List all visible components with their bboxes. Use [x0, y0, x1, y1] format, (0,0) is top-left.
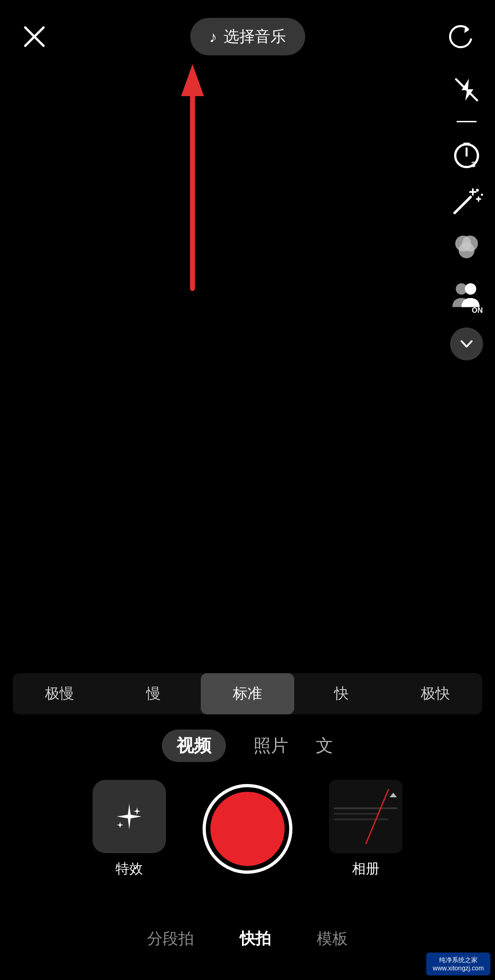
- top-bar: ♪ 选择音乐: [0, 0, 495, 60]
- speed-item-very-slow[interactable]: 极慢: [13, 673, 107, 714]
- speed-item-slow[interactable]: 慢: [107, 673, 201, 714]
- mode-bar: 视频 照片 文: [0, 727, 495, 764]
- collab-button[interactable]: ON: [450, 280, 483, 313]
- beauty-button[interactable]: [450, 185, 483, 218]
- watermark: 纯净系统之家www.xitongzj.com: [426, 953, 490, 975]
- color-effects-button[interactable]: [450, 232, 483, 265]
- tab-segment[interactable]: 分段拍: [147, 928, 194, 949]
- watermark-text: 纯净系统之家www.xitongzj.com: [433, 956, 484, 972]
- svg-point-15: [481, 194, 483, 196]
- speed-item-standard[interactable]: 标准: [201, 673, 295, 714]
- right-sidebar: 3: [450, 73, 483, 360]
- svg-rect-25: [334, 818, 389, 820]
- mode-text[interactable]: 文: [316, 734, 333, 757]
- svg-rect-24: [334, 813, 380, 815]
- svg-marker-3: [181, 64, 204, 96]
- svg-text:3: 3: [471, 160, 476, 169]
- action-row: 特效 相册: [0, 779, 495, 879]
- effects-button[interactable]: [93, 780, 166, 853]
- refresh-button[interactable]: [445, 21, 477, 53]
- speed-item-very-fast[interactable]: 极快: [388, 673, 482, 714]
- svg-rect-23: [334, 807, 398, 809]
- close-button[interactable]: [18, 21, 50, 53]
- svg-rect-22: [329, 780, 402, 853]
- music-icon: ♪: [209, 28, 217, 46]
- tab-template[interactable]: 模板: [317, 928, 348, 949]
- timer-button[interactable]: 3: [450, 137, 483, 170]
- music-select-button[interactable]: ♪ 选择音乐: [190, 18, 305, 55]
- expand-more-button[interactable]: [450, 327, 483, 360]
- record-inner: [210, 792, 285, 866]
- album-button[interactable]: [329, 780, 402, 853]
- svg-text:ON: ON: [472, 306, 483, 313]
- svg-point-20: [465, 283, 476, 294]
- svg-rect-7: [463, 142, 470, 145]
- sidebar-divider: [456, 121, 477, 122]
- album-label: 相册: [352, 860, 380, 878]
- tab-quick[interactable]: 快拍: [240, 928, 271, 949]
- effects-label: 特效: [116, 860, 143, 878]
- svg-point-18: [459, 242, 475, 258]
- arrow-annotation: [174, 60, 211, 298]
- mode-photo[interactable]: 照片: [253, 734, 288, 757]
- svg-point-14: [476, 189, 478, 191]
- record-button[interactable]: [203, 784, 292, 874]
- bottom-tabs: 分段拍 快拍 模板: [0, 920, 495, 957]
- svg-line-9: [455, 197, 471, 213]
- speed-bar: 极慢 慢 标准 快 极快: [13, 673, 482, 714]
- mode-video[interactable]: 视频: [162, 730, 226, 762]
- speed-item-fast[interactable]: 快: [294, 673, 388, 714]
- flash-off-button[interactable]: [450, 73, 483, 106]
- music-label: 选择音乐: [224, 26, 286, 47]
